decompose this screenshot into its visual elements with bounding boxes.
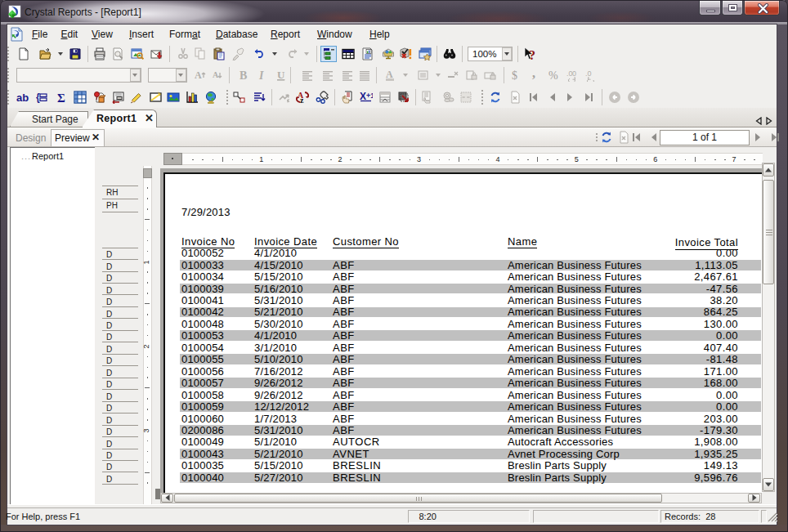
svg-text:.0: .0 [585,69,592,78]
svg-text:?: ? [529,48,535,61]
svg-text:A: A [195,69,202,81]
svg-text:%: % [548,69,558,82]
svg-text:Σ: Σ [57,92,65,104]
svg-text:{: { [36,92,40,103]
svg-text:ab: ab [16,92,29,104]
svg-text:+1: +1 [366,92,373,100]
svg-text:I: I [258,69,264,82]
svg-text:A: A [386,69,393,80]
svg-text:0: 0 [572,69,576,78]
svg-text:A: A [213,70,219,79]
svg-text:U: U [277,69,285,81]
svg-text:B: B [240,69,247,82]
svg-text:,: , [532,69,535,80]
svg-text:$: $ [512,69,517,82]
svg-text:z: z [300,96,304,104]
